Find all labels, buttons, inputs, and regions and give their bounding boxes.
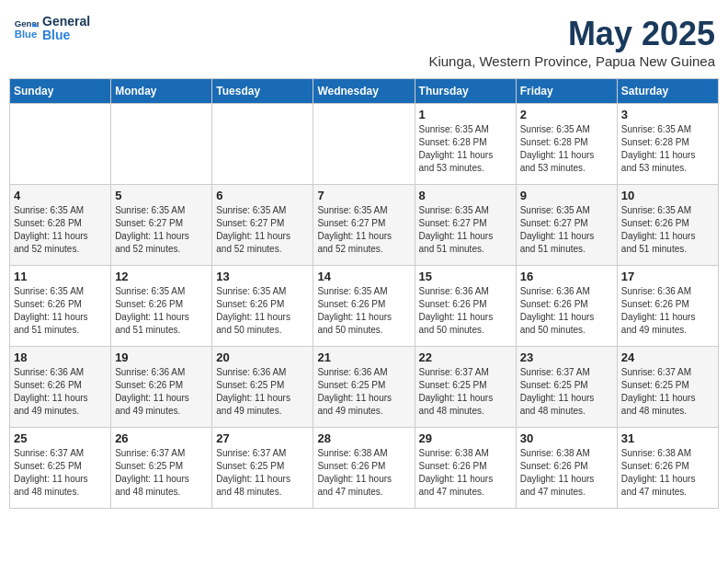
- month-title: May 2025: [428, 15, 715, 53]
- day-number: 21: [317, 350, 410, 364]
- table-row: [313, 104, 415, 185]
- table-row: 30Sunrise: 6:38 AM Sunset: 6:26 PM Dayli…: [516, 428, 617, 509]
- day-number: 20: [216, 350, 309, 364]
- cell-info: Sunrise: 6:37 AM Sunset: 6:25 PM Dayligh…: [621, 366, 714, 418]
- table-row: [10, 104, 111, 185]
- table-row: 25Sunrise: 6:37 AM Sunset: 6:25 PM Dayli…: [10, 428, 111, 509]
- day-number: 1: [419, 108, 512, 121]
- day-number: 19: [115, 350, 208, 364]
- calendar-week-row: 1Sunrise: 6:35 AM Sunset: 6:28 PM Daylig…: [10, 104, 719, 185]
- col-friday: Friday: [516, 79, 617, 104]
- title-section: May 2025 Kiunga, Western Province, Papua…: [428, 15, 715, 69]
- day-number: 7: [317, 189, 410, 202]
- header-row: Sunday Monday Tuesday Wednesday Thursday…: [10, 79, 719, 104]
- cell-info: Sunrise: 6:35 AM Sunset: 6:28 PM Dayligh…: [520, 123, 613, 175]
- table-row: [111, 104, 212, 185]
- logo-line1: General: [42, 15, 90, 29]
- table-row: 4Sunrise: 6:35 AM Sunset: 6:28 PM Daylig…: [10, 185, 111, 266]
- day-number: 9: [520, 189, 613, 202]
- cell-info: Sunrise: 6:36 AM Sunset: 6:26 PM Dayligh…: [14, 366, 107, 418]
- table-row: 11Sunrise: 6:35 AM Sunset: 6:26 PM Dayli…: [10, 266, 111, 347]
- cell-info: Sunrise: 6:38 AM Sunset: 6:26 PM Dayligh…: [317, 447, 410, 499]
- day-number: 23: [520, 350, 613, 364]
- calendar-header: Sunday Monday Tuesday Wednesday Thursday…: [10, 79, 719, 104]
- logo: General Blue General Blue: [13, 15, 90, 43]
- day-number: 10: [621, 189, 714, 202]
- calendar-week-row: 25Sunrise: 6:37 AM Sunset: 6:25 PM Dayli…: [10, 428, 719, 509]
- col-thursday: Thursday: [415, 79, 516, 104]
- cell-info: Sunrise: 6:36 AM Sunset: 6:26 PM Dayligh…: [115, 366, 208, 418]
- cell-info: Sunrise: 6:35 AM Sunset: 6:26 PM Dayligh…: [115, 285, 208, 337]
- cell-info: Sunrise: 6:37 AM Sunset: 6:25 PM Dayligh…: [520, 366, 613, 418]
- cell-info: Sunrise: 6:36 AM Sunset: 6:25 PM Dayligh…: [216, 366, 309, 418]
- table-row: [212, 104, 313, 185]
- cell-info: Sunrise: 6:35 AM Sunset: 6:28 PM Dayligh…: [14, 204, 107, 256]
- day-number: 4: [14, 189, 107, 202]
- day-number: 27: [216, 431, 309, 445]
- cell-info: Sunrise: 6:38 AM Sunset: 6:26 PM Dayligh…: [621, 447, 714, 499]
- cell-info: Sunrise: 6:37 AM Sunset: 6:25 PM Dayligh…: [14, 447, 107, 499]
- logo-line2: Blue: [42, 29, 90, 42]
- day-number: 25: [14, 431, 107, 445]
- logo-text: General Blue: [42, 15, 90, 43]
- cell-info: Sunrise: 6:38 AM Sunset: 6:26 PM Dayligh…: [419, 447, 512, 499]
- table-row: 26Sunrise: 6:37 AM Sunset: 6:25 PM Dayli…: [111, 428, 212, 509]
- table-row: 20Sunrise: 6:36 AM Sunset: 6:25 PM Dayli…: [212, 347, 313, 428]
- day-number: 18: [14, 350, 107, 364]
- cell-info: Sunrise: 6:35 AM Sunset: 6:27 PM Dayligh…: [115, 204, 208, 256]
- table-row: 29Sunrise: 6:38 AM Sunset: 6:26 PM Dayli…: [415, 428, 516, 509]
- table-row: 22Sunrise: 6:37 AM Sunset: 6:25 PM Dayli…: [415, 347, 516, 428]
- table-row: 12Sunrise: 6:35 AM Sunset: 6:26 PM Dayli…: [111, 266, 212, 347]
- cell-info: Sunrise: 6:37 AM Sunset: 6:25 PM Dayligh…: [216, 447, 309, 499]
- table-row: 28Sunrise: 6:38 AM Sunset: 6:26 PM Dayli…: [313, 428, 415, 509]
- day-number: 14: [317, 270, 410, 283]
- cell-info: Sunrise: 6:35 AM Sunset: 6:28 PM Dayligh…: [621, 123, 714, 175]
- cell-info: Sunrise: 6:35 AM Sunset: 6:26 PM Dayligh…: [621, 204, 714, 256]
- table-row: 7Sunrise: 6:35 AM Sunset: 6:27 PM Daylig…: [313, 185, 415, 266]
- day-number: 16: [520, 270, 613, 283]
- calendar-week-row: 11Sunrise: 6:35 AM Sunset: 6:26 PM Dayli…: [10, 266, 719, 347]
- cell-info: Sunrise: 6:36 AM Sunset: 6:25 PM Dayligh…: [317, 366, 410, 418]
- table-row: 24Sunrise: 6:37 AM Sunset: 6:25 PM Dayli…: [617, 347, 718, 428]
- cell-info: Sunrise: 6:35 AM Sunset: 6:26 PM Dayligh…: [317, 285, 410, 337]
- table-row: 16Sunrise: 6:36 AM Sunset: 6:26 PM Dayli…: [516, 266, 617, 347]
- table-row: 23Sunrise: 6:37 AM Sunset: 6:25 PM Dayli…: [516, 347, 617, 428]
- calendar-table: Sunday Monday Tuesday Wednesday Thursday…: [9, 78, 719, 509]
- table-row: 19Sunrise: 6:36 AM Sunset: 6:26 PM Dayli…: [111, 347, 212, 428]
- table-row: 2Sunrise: 6:35 AM Sunset: 6:28 PM Daylig…: [516, 104, 617, 185]
- table-row: 18Sunrise: 6:36 AM Sunset: 6:26 PM Dayli…: [10, 347, 111, 428]
- col-saturday: Saturday: [617, 79, 718, 104]
- day-number: 6: [216, 189, 309, 202]
- day-number: 29: [419, 431, 512, 445]
- cell-info: Sunrise: 6:37 AM Sunset: 6:25 PM Dayligh…: [115, 447, 208, 499]
- day-number: 11: [14, 270, 107, 283]
- calendar-week-row: 18Sunrise: 6:36 AM Sunset: 6:26 PM Dayli…: [10, 347, 719, 428]
- day-number: 2: [520, 108, 613, 121]
- table-row: 14Sunrise: 6:35 AM Sunset: 6:26 PM Dayli…: [313, 266, 415, 347]
- calendar-body: 1Sunrise: 6:35 AM Sunset: 6:28 PM Daylig…: [10, 104, 719, 509]
- table-row: 17Sunrise: 6:36 AM Sunset: 6:26 PM Dayli…: [617, 266, 718, 347]
- table-row: 8Sunrise: 6:35 AM Sunset: 6:27 PM Daylig…: [415, 185, 516, 266]
- day-number: 8: [419, 189, 512, 202]
- day-number: 24: [621, 350, 714, 364]
- table-row: 21Sunrise: 6:36 AM Sunset: 6:25 PM Dayli…: [313, 347, 415, 428]
- table-row: 6Sunrise: 6:35 AM Sunset: 6:27 PM Daylig…: [212, 185, 313, 266]
- calendar-week-row: 4Sunrise: 6:35 AM Sunset: 6:28 PM Daylig…: [10, 185, 719, 266]
- cell-info: Sunrise: 6:35 AM Sunset: 6:27 PM Dayligh…: [419, 204, 512, 256]
- day-number: 15: [419, 270, 512, 283]
- day-number: 31: [621, 431, 714, 445]
- cell-info: Sunrise: 6:35 AM Sunset: 6:27 PM Dayligh…: [317, 204, 410, 256]
- col-monday: Monday: [111, 79, 212, 104]
- day-number: 17: [621, 270, 714, 283]
- table-row: 10Sunrise: 6:35 AM Sunset: 6:26 PM Dayli…: [617, 185, 718, 266]
- cell-info: Sunrise: 6:35 AM Sunset: 6:28 PM Dayligh…: [419, 123, 512, 175]
- table-row: 13Sunrise: 6:35 AM Sunset: 6:26 PM Dayli…: [212, 266, 313, 347]
- day-number: 26: [115, 431, 208, 445]
- svg-text:General: General: [15, 19, 39, 29]
- svg-text:Blue: Blue: [15, 29, 38, 40]
- col-wednesday: Wednesday: [313, 79, 415, 104]
- cell-info: Sunrise: 6:35 AM Sunset: 6:27 PM Dayligh…: [520, 204, 613, 256]
- logo-icon: General Blue: [13, 16, 39, 41]
- day-number: 5: [115, 189, 208, 202]
- cell-info: Sunrise: 6:37 AM Sunset: 6:25 PM Dayligh…: [419, 366, 512, 418]
